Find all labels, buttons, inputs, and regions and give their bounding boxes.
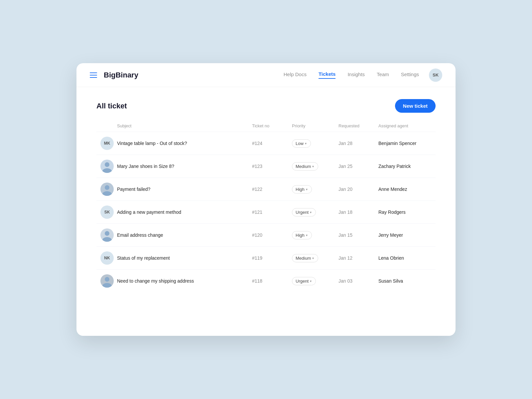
avatar-cell: MK <box>100 137 117 150</box>
col-ticket-no: Ticket no <box>252 123 292 128</box>
main-nav: Help Docs Tickets Insights Team Settings <box>284 71 419 79</box>
chevron-down-icon: ▾ <box>312 165 314 168</box>
priority-label: Medium <box>296 164 311 169</box>
table-header: Subject Ticket no Priority Requested Ass… <box>96 123 436 132</box>
avatar-cell: NK <box>100 251 117 265</box>
table-row[interactable]: Payment failed? #122 High ▾ Jan 20 Anne … <box>96 178 436 200</box>
new-ticket-button[interactable]: New ticket <box>395 99 436 113</box>
tickets-table: Subject Ticket no Priority Requested Ass… <box>96 123 436 292</box>
priority-badge[interactable]: Urgent ▾ <box>292 277 316 285</box>
app-window: BigBinary Help Docs Tickets Insights Tea… <box>76 63 456 336</box>
priority-label: Urgent <box>296 279 309 284</box>
priority: Medium ▾ <box>292 162 338 171</box>
ticket-no: #118 <box>252 278 292 284</box>
agent: Benjamin Spencer <box>378 141 432 146</box>
priority: Low ▾ <box>292 139 338 148</box>
ticket-no: #123 <box>252 164 292 169</box>
priority-badge[interactable]: Urgent ▾ <box>292 208 316 216</box>
logo: BigBinary <box>104 71 138 79</box>
avatar: SK <box>100 205 114 219</box>
page-title: All ticket <box>96 102 127 110</box>
nav-tickets[interactable]: Tickets <box>319 71 335 79</box>
ticket-no: #122 <box>252 187 292 192</box>
priority-label: High <box>296 233 305 238</box>
chevron-down-icon: ▾ <box>305 142 307 145</box>
col-agent: Assigned agent <box>378 123 432 128</box>
chevron-down-icon: ▾ <box>312 256 314 260</box>
nav-team[interactable]: Team <box>377 71 389 78</box>
priority-label: Medium <box>296 256 311 261</box>
table-row[interactable]: Need to change my shipping address #118 … <box>96 269 436 292</box>
table-row[interactable]: SK Adding a new payment method #121 Urge… <box>96 200 436 223</box>
subject: Mary Jane shoes in Size 8? <box>117 164 252 169</box>
subject: Status of my replacement <box>117 255 252 261</box>
user-avatar[interactable]: SK <box>429 68 442 82</box>
subject: Payment failed? <box>117 187 252 192</box>
requested: Jan 20 <box>338 187 378 192</box>
avatar <box>100 228 114 242</box>
page-header: All ticket New ticket <box>96 99 436 113</box>
ticket-no: #124 <box>252 141 292 146</box>
agent: Jerry Meyer <box>378 232 432 238</box>
ticket-no: #119 <box>252 255 292 261</box>
requested: Jan 15 <box>338 232 378 238</box>
nav-help-docs[interactable]: Help Docs <box>284 71 307 78</box>
chevron-down-icon: ▾ <box>306 188 308 191</box>
requested: Jan 12 <box>338 255 378 261</box>
chevron-down-icon: ▾ <box>310 279 312 283</box>
nav-insights[interactable]: Insights <box>347 71 365 78</box>
avatar-cell: SK <box>100 205 117 219</box>
requested: Jan 25 <box>338 164 378 169</box>
requested: Jan 03 <box>338 278 378 284</box>
agent: Zachary Patrick <box>378 164 432 169</box>
priority-badge[interactable]: Medium ▾ <box>292 162 318 171</box>
menu-icon[interactable] <box>90 72 97 78</box>
priority-label: Urgent <box>296 210 309 215</box>
avatar-cell <box>100 160 117 173</box>
subject: Vintage table lamp - Out of stock? <box>117 141 252 146</box>
main-content: All ticket New ticket Subject Ticket no … <box>76 87 456 304</box>
priority: Urgent ▾ <box>292 208 338 216</box>
avatar: MK <box>100 137 114 150</box>
table-row[interactable]: NK Status of my replacement #119 Medium … <box>96 246 436 269</box>
avatar <box>100 160 114 173</box>
avatar <box>100 274 114 288</box>
avatar-cell <box>100 183 117 196</box>
priority: High ▾ <box>292 231 338 239</box>
priority-badge[interactable]: Medium ▾ <box>292 254 318 262</box>
ticket-no: #120 <box>252 232 292 238</box>
requested: Jan 28 <box>338 141 378 146</box>
agent: Lena Obrien <box>378 255 432 261</box>
priority-badge[interactable]: High ▾ <box>292 185 312 194</box>
col-priority: Priority <box>292 123 338 128</box>
table-row[interactable]: Mary Jane shoes in Size 8? #123 Medium ▾… <box>96 155 436 178</box>
chevron-down-icon: ▾ <box>310 210 312 214</box>
avatar-cell <box>100 274 117 288</box>
col-subject: Subject <box>117 123 252 128</box>
agent: Anne Mendez <box>378 187 432 192</box>
chevron-down-icon: ▾ <box>306 233 308 237</box>
table-row[interactable]: Email address change #120 High ▾ Jan 15 … <box>96 223 436 246</box>
priority-badge[interactable]: Low ▾ <box>292 139 311 148</box>
table-row[interactable]: MK Vintage table lamp - Out of stock? #1… <box>96 132 436 155</box>
avatar-cell <box>100 228 117 242</box>
ticket-no: #121 <box>252 209 292 215</box>
priority-label: Low <box>296 141 304 146</box>
col-requested: Requested <box>338 123 378 128</box>
col-avatar <box>100 123 117 128</box>
subject: Email address change <box>117 232 252 238</box>
avatar: NK <box>100 251 114 265</box>
header: BigBinary Help Docs Tickets Insights Tea… <box>76 63 456 87</box>
requested: Jan 18 <box>338 209 378 215</box>
subject: Need to change my shipping address <box>117 278 252 284</box>
subject: Adding a new payment method <box>117 209 252 215</box>
avatar <box>100 183 114 196</box>
nav-settings[interactable]: Settings <box>401 71 419 78</box>
priority-badge[interactable]: High ▾ <box>292 231 312 239</box>
priority-label: High <box>296 187 305 192</box>
agent: Ray Rodgers <box>378 209 432 215</box>
agent: Susan Silva <box>378 278 432 284</box>
priority: Medium ▾ <box>292 254 338 262</box>
priority: High ▾ <box>292 185 338 194</box>
priority: Urgent ▾ <box>292 277 338 285</box>
